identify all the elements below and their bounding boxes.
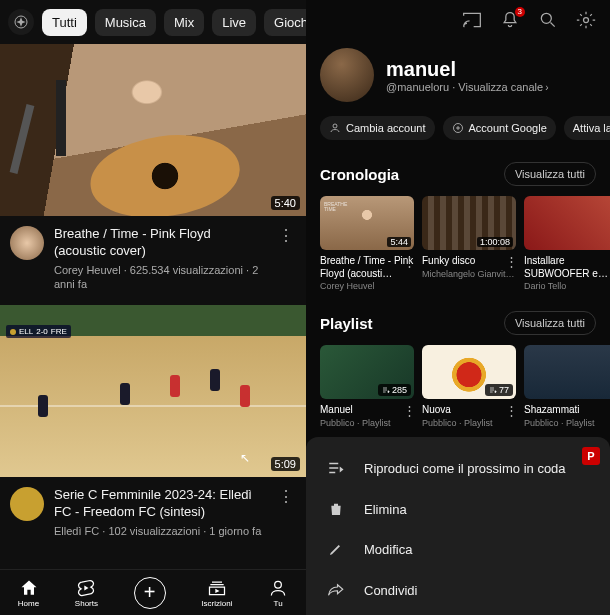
history-item[interactable]: Installare SUBWOOFER e… Dario Tello ⋮ bbox=[524, 196, 610, 291]
channel-avatar[interactable] bbox=[10, 226, 44, 260]
trash-icon bbox=[326, 501, 346, 517]
sheet-delete[interactable]: Elimina bbox=[306, 489, 610, 529]
explore-compass-icon[interactable] bbox=[8, 9, 34, 35]
bottom-sheet-menu: P Riproduci come il prossimo in coda Eli… bbox=[306, 437, 610, 615]
history-title: Cronologia bbox=[320, 166, 399, 183]
queue-next-icon bbox=[326, 459, 346, 477]
profile-name: manuel bbox=[386, 58, 548, 81]
google-account-chip[interactable]: Account Google bbox=[443, 116, 556, 140]
chip-live[interactable]: Live bbox=[212, 9, 256, 36]
video-card[interactable]: 5:40 Breathe / Time - Pink Floyd (acoust… bbox=[0, 44, 306, 305]
nav-subscriptions[interactable]: Iscrizioni bbox=[201, 578, 232, 608]
profile-handle: @manueloru · Visualizza canale› bbox=[386, 81, 548, 93]
bottom-nav: Home Shorts + Iscrizioni Tu bbox=[0, 569, 306, 615]
category-chip-row: Tutti Musica Mix Live Giochi Lavo bbox=[0, 0, 306, 44]
account-action-row: Cambia account Account Google Attiva la … bbox=[306, 116, 610, 156]
video-title: Serie C Femminile 2023-24: Elledì FC - F… bbox=[54, 487, 266, 521]
top-icon-row: 3 bbox=[306, 0, 610, 40]
chip-giochi[interactable]: Giochi bbox=[264, 9, 306, 36]
chip-mix[interactable]: Mix bbox=[164, 9, 204, 36]
video-feed[interactable]: 5:40 Breathe / Time - Pink Floyd (acoust… bbox=[0, 44, 306, 569]
playlist-item[interactable]: Shazammati Pubblico · Playlist ⋮ bbox=[524, 345, 610, 428]
svg-point-3 bbox=[584, 18, 589, 23]
video-thumbnail[interactable]: ELL 2-0 FRE ↖ 5:09 bbox=[0, 305, 306, 477]
incognito-chip[interactable]: Attiva la navigazione bbox=[564, 116, 610, 140]
svg-point-2 bbox=[541, 13, 551, 23]
video-subtitle: Elledì FC · 102 visualizzazioni · 1 gior… bbox=[54, 524, 266, 538]
google-icon bbox=[452, 122, 464, 134]
sheet-share[interactable]: Condividi bbox=[306, 569, 610, 611]
account-pane: 3 manuel @manueloru · Visualizza canale›… bbox=[306, 0, 610, 615]
notif-badge: 3 bbox=[515, 7, 525, 17]
scoreboard: ELL 2-0 FRE bbox=[6, 325, 71, 338]
item-more-icon[interactable]: ⋮ bbox=[403, 254, 416, 269]
profile-header[interactable]: manuel @manueloru · Visualizza canale› bbox=[306, 40, 610, 116]
history-view-all-button[interactable]: Visualizza tutti bbox=[504, 162, 596, 186]
switch-icon bbox=[329, 122, 341, 134]
search-icon[interactable] bbox=[538, 10, 558, 30]
switch-account-chip[interactable]: Cambia account bbox=[320, 116, 435, 140]
cursor-icon: ↖ bbox=[240, 451, 250, 465]
history-scroll[interactable]: 5:44 Breathe / Time - Pink Floyd (acoust… bbox=[306, 196, 610, 305]
sheet-play-next[interactable]: Riproduci come il prossimo in coda bbox=[306, 447, 610, 489]
video-subtitle: Corey Heuvel · 625.534 visualizzazioni ·… bbox=[54, 263, 266, 292]
history-section-header: Cronologia Visualizza tutti bbox=[306, 156, 610, 196]
svg-point-1 bbox=[275, 581, 282, 588]
pencil-icon bbox=[326, 541, 346, 557]
sheet-edit[interactable]: Modifica bbox=[306, 529, 610, 569]
nav-shorts[interactable]: Shorts bbox=[75, 578, 98, 608]
chip-musica[interactable]: Musica bbox=[95, 9, 156, 36]
channel-avatar[interactable] bbox=[10, 487, 44, 521]
history-item[interactable]: 5:44 Breathe / Time - Pink Floyd (acoust… bbox=[320, 196, 414, 291]
item-more-icon[interactable]: ⋮ bbox=[505, 254, 518, 269]
video-duration: 5:09 bbox=[271, 457, 300, 471]
playlist-icon bbox=[382, 386, 390, 394]
playlist-section-header: Playlist Visualizza tutti bbox=[306, 305, 610, 345]
playlist-item[interactable]: 77 Nuova Pubblico · Playlist ⋮ bbox=[422, 345, 516, 428]
chevron-right-icon: › bbox=[545, 82, 548, 93]
playlist-icon bbox=[489, 386, 497, 394]
settings-gear-icon[interactable] bbox=[576, 10, 596, 30]
premium-badge: P bbox=[582, 447, 600, 465]
video-title: Breathe / Time - Pink Floyd (acoustic co… bbox=[54, 226, 266, 260]
item-more-icon[interactable]: ⋮ bbox=[403, 403, 416, 418]
notifications-icon[interactable]: 3 bbox=[500, 10, 520, 30]
video-more-icon[interactable]: ⋮ bbox=[276, 226, 296, 291]
playlist-scroll[interactable]: 285 Manuel Pubblico · Playlist ⋮ 77 Nuov… bbox=[306, 345, 610, 442]
playlist-title: Playlist bbox=[320, 315, 373, 332]
video-thumbnail[interactable]: 5:40 bbox=[0, 44, 306, 216]
nav-home[interactable]: Home bbox=[18, 578, 39, 608]
share-icon bbox=[326, 581, 346, 599]
home-feed-pane: Tutti Musica Mix Live Giochi Lavo 5:40 B… bbox=[0, 0, 306, 615]
nav-you[interactable]: Tu bbox=[268, 578, 288, 608]
chip-tutti[interactable]: Tutti bbox=[42, 9, 87, 36]
profile-avatar[interactable] bbox=[320, 48, 374, 102]
video-card[interactable]: ELL 2-0 FRE ↖ 5:09 Serie C Femminile 202… bbox=[0, 305, 306, 552]
playlist-item[interactable]: 285 Manuel Pubblico · Playlist ⋮ bbox=[320, 345, 414, 428]
cast-icon[interactable] bbox=[462, 10, 482, 30]
svg-point-4 bbox=[333, 124, 337, 128]
video-duration: 5:40 bbox=[271, 196, 300, 210]
history-item[interactable]: 1:00:08 Funky disco Michelangelo Gianvit… bbox=[422, 196, 516, 291]
nav-create-icon[interactable]: + bbox=[134, 577, 166, 609]
item-more-icon[interactable]: ⋮ bbox=[505, 403, 518, 418]
video-more-icon[interactable]: ⋮ bbox=[276, 487, 296, 538]
playlist-view-all-button[interactable]: Visualizza tutti bbox=[504, 311, 596, 335]
